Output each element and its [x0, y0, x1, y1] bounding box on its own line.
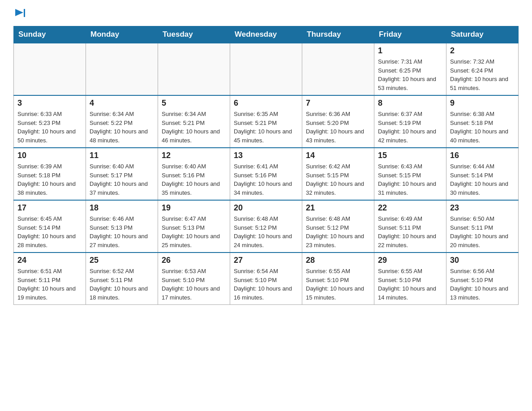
day-number: 1	[378, 46, 442, 56]
calendar-week-row: 3Sunrise: 6:33 AMSunset: 5:23 PMDaylight…	[14, 95, 519, 148]
col-header-monday: Monday	[86, 26, 158, 43]
calendar-cell: 26Sunrise: 6:53 AMSunset: 5:10 PMDayligh…	[158, 253, 230, 305]
day-number: 24	[17, 256, 82, 265]
col-header-wednesday: Wednesday	[230, 26, 302, 43]
day-info: Sunrise: 6:56 AMSunset: 5:10 PMDaylight:…	[450, 267, 515, 302]
day-number: 10	[17, 151, 82, 160]
calendar-cell: 13Sunrise: 6:41 AMSunset: 5:16 PMDayligh…	[230, 148, 302, 200]
day-number: 21	[306, 203, 370, 213]
day-info: Sunrise: 6:47 AMSunset: 5:13 PMDaylight:…	[162, 214, 226, 249]
calendar-cell: 18Sunrise: 6:46 AMSunset: 5:13 PMDayligh…	[86, 200, 158, 253]
calendar-cell: 22Sunrise: 6:49 AMSunset: 5:11 PMDayligh…	[374, 200, 446, 253]
calendar-week-row: 17Sunrise: 6:45 AMSunset: 5:14 PMDayligh…	[14, 200, 519, 253]
day-number: 16	[450, 151, 515, 160]
day-number: 14	[306, 151, 370, 160]
day-info: Sunrise: 6:55 AMSunset: 5:10 PMDaylight:…	[306, 267, 370, 302]
day-info: Sunrise: 6:40 AMSunset: 5:16 PMDaylight:…	[162, 162, 226, 197]
day-info: Sunrise: 6:51 AMSunset: 5:11 PMDaylight:…	[17, 267, 82, 302]
day-number: 12	[162, 151, 226, 160]
col-header-friday: Friday	[374, 26, 446, 43]
day-number: 9	[450, 98, 515, 108]
day-info: Sunrise: 6:55 AMSunset: 5:10 PMDaylight:…	[378, 267, 442, 302]
calendar-table: SundayMondayTuesdayWednesdayThursdayFrid…	[13, 26, 519, 305]
day-info: Sunrise: 7:32 AMSunset: 6:24 PMDaylight:…	[450, 57, 515, 92]
calendar-cell	[86, 43, 158, 95]
day-number: 23	[450, 203, 515, 213]
calendar-cell: 6Sunrise: 6:35 AMSunset: 5:21 PMDaylight…	[230, 95, 302, 148]
calendar-cell: 3Sunrise: 6:33 AMSunset: 5:23 PMDaylight…	[14, 95, 86, 148]
day-info: Sunrise: 6:48 AMSunset: 5:12 PMDaylight:…	[234, 214, 298, 249]
calendar-cell: 16Sunrise: 6:44 AMSunset: 5:14 PMDayligh…	[446, 148, 519, 200]
day-number: 28	[306, 256, 370, 265]
day-number: 26	[162, 256, 226, 265]
day-number: 3	[17, 98, 82, 108]
calendar-cell: 21Sunrise: 6:48 AMSunset: 5:12 PMDayligh…	[302, 200, 374, 253]
calendar-cell: 24Sunrise: 6:51 AMSunset: 5:11 PMDayligh…	[14, 253, 86, 305]
day-info: Sunrise: 6:53 AMSunset: 5:10 PMDaylight:…	[162, 267, 226, 302]
day-info: Sunrise: 6:44 AMSunset: 5:14 PMDaylight:…	[450, 162, 515, 197]
day-info: Sunrise: 6:35 AMSunset: 5:21 PMDaylight:…	[234, 110, 298, 145]
day-info: Sunrise: 6:34 AMSunset: 5:22 PMDaylight:…	[90, 110, 154, 145]
calendar-cell: 29Sunrise: 6:55 AMSunset: 5:10 PMDayligh…	[374, 253, 446, 305]
day-info: Sunrise: 6:49 AMSunset: 5:11 PMDaylight:…	[378, 214, 442, 249]
calendar-cell: 9Sunrise: 6:38 AMSunset: 5:18 PMDaylight…	[446, 95, 519, 148]
calendar-cell: 20Sunrise: 6:48 AMSunset: 5:12 PMDayligh…	[230, 200, 302, 253]
calendar-cell: 1Sunrise: 7:31 AMSunset: 6:25 PMDaylight…	[374, 43, 446, 95]
day-number: 8	[378, 98, 442, 108]
calendar-cell: 11Sunrise: 6:40 AMSunset: 5:17 PMDayligh…	[86, 148, 158, 200]
calendar-header-row: SundayMondayTuesdayWednesdayThursdayFrid…	[14, 26, 519, 43]
day-info: Sunrise: 6:40 AMSunset: 5:17 PMDaylight:…	[90, 162, 154, 197]
calendar-cell	[302, 43, 374, 95]
col-header-tuesday: Tuesday	[158, 26, 230, 43]
day-info: Sunrise: 6:54 AMSunset: 5:10 PMDaylight:…	[234, 267, 298, 302]
day-info: Sunrise: 6:36 AMSunset: 5:20 PMDaylight:…	[306, 110, 370, 145]
logo-flag-icon	[15, 9, 25, 17]
calendar-cell: 23Sunrise: 6:50 AMSunset: 5:11 PMDayligh…	[446, 200, 519, 253]
calendar-cell: 8Sunrise: 6:37 AMSunset: 5:19 PMDaylight…	[374, 95, 446, 148]
calendar-week-row: 24Sunrise: 6:51 AMSunset: 5:11 PMDayligh…	[14, 253, 519, 305]
day-info: Sunrise: 6:45 AMSunset: 5:14 PMDaylight:…	[17, 214, 82, 249]
day-number: 7	[306, 98, 370, 108]
calendar-cell	[14, 43, 86, 95]
day-info: Sunrise: 7:31 AMSunset: 6:25 PMDaylight:…	[378, 57, 442, 92]
day-info: Sunrise: 6:41 AMSunset: 5:16 PMDaylight:…	[234, 162, 298, 197]
day-info: Sunrise: 6:42 AMSunset: 5:15 PMDaylight:…	[306, 162, 370, 197]
page-header	[13, 9, 519, 17]
calendar-cell: 12Sunrise: 6:40 AMSunset: 5:16 PMDayligh…	[158, 148, 230, 200]
calendar-week-row: 10Sunrise: 6:39 AMSunset: 5:18 PMDayligh…	[14, 148, 519, 200]
day-number: 6	[234, 98, 298, 108]
svg-marker-0	[15, 9, 23, 16]
day-number: 19	[162, 203, 226, 213]
day-number: 20	[234, 203, 298, 213]
calendar-cell	[230, 43, 302, 95]
calendar-cell: 7Sunrise: 6:36 AMSunset: 5:20 PMDaylight…	[302, 95, 374, 148]
calendar-cell: 30Sunrise: 6:56 AMSunset: 5:10 PMDayligh…	[446, 253, 519, 305]
day-number: 30	[450, 256, 515, 265]
col-header-saturday: Saturday	[446, 26, 519, 43]
day-info: Sunrise: 6:38 AMSunset: 5:18 PMDaylight:…	[450, 110, 515, 145]
day-number: 22	[378, 203, 442, 213]
svg-rect-1	[24, 9, 25, 17]
day-info: Sunrise: 6:39 AMSunset: 5:18 PMDaylight:…	[17, 162, 82, 197]
day-number: 25	[90, 256, 154, 265]
calendar-cell: 10Sunrise: 6:39 AMSunset: 5:18 PMDayligh…	[14, 148, 86, 200]
day-number: 2	[450, 46, 515, 56]
calendar-cell: 15Sunrise: 6:43 AMSunset: 5:15 PMDayligh…	[374, 148, 446, 200]
day-number: 15	[378, 151, 442, 160]
calendar-cell: 28Sunrise: 6:55 AMSunset: 5:10 PMDayligh…	[302, 253, 374, 305]
day-info: Sunrise: 6:48 AMSunset: 5:12 PMDaylight:…	[306, 214, 370, 249]
calendar-week-row: 1Sunrise: 7:31 AMSunset: 6:25 PMDaylight…	[14, 43, 519, 95]
calendar-cell: 27Sunrise: 6:54 AMSunset: 5:10 PMDayligh…	[230, 253, 302, 305]
day-info: Sunrise: 6:34 AMSunset: 5:21 PMDaylight:…	[162, 110, 226, 145]
day-number: 13	[234, 151, 298, 160]
calendar-cell: 2Sunrise: 7:32 AMSunset: 6:24 PMDaylight…	[446, 43, 519, 95]
day-info: Sunrise: 6:50 AMSunset: 5:11 PMDaylight:…	[450, 214, 515, 249]
day-number: 17	[17, 203, 82, 213]
day-number: 11	[90, 151, 154, 160]
calendar-cell: 14Sunrise: 6:42 AMSunset: 5:15 PMDayligh…	[302, 148, 374, 200]
day-number: 29	[378, 256, 442, 265]
col-header-sunday: Sunday	[14, 26, 86, 43]
col-header-thursday: Thursday	[302, 26, 374, 43]
day-info: Sunrise: 6:33 AMSunset: 5:23 PMDaylight:…	[17, 110, 82, 145]
calendar-cell	[158, 43, 230, 95]
